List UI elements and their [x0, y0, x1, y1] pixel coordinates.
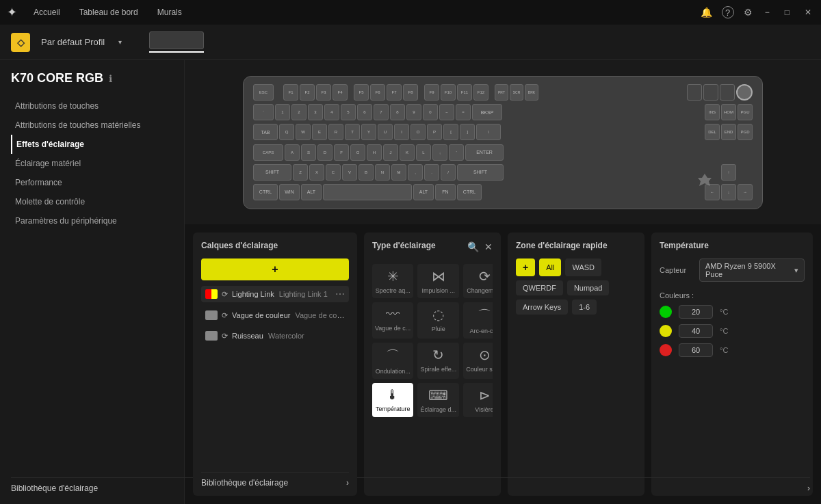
- key-l: L: [416, 144, 431, 161]
- key-z: Z: [293, 164, 308, 181]
- key-down: ↓: [721, 184, 736, 200]
- sidebar-item-parametres[interactable]: Paramètres du périphérique: [11, 211, 173, 230]
- type-search-icon[interactable]: 🔍: [467, 241, 479, 252]
- key-f3: F3: [316, 84, 331, 101]
- type-spectre[interactable]: ✳ Spectre aq...: [372, 264, 413, 298]
- add-layer-button[interactable]: +: [201, 258, 349, 280]
- vague-icon: 〰: [386, 306, 400, 322]
- type-close-icon[interactable]: ✕: [484, 241, 493, 252]
- layer-item-2[interactable]: ⟳ Ruisseau Watercolor: [201, 328, 349, 343]
- type-arc[interactable]: ⌒ Arc-en-ciel: [463, 302, 493, 339]
- sidebar-item-molette[interactable]: Molette de contrôle: [11, 192, 173, 211]
- arc-label: Arc-en-ciel: [466, 328, 493, 334]
- type-visiere[interactable]: ⊳ Visière: [463, 383, 493, 417]
- help-icon[interactable]: ?: [722, 6, 734, 18]
- key-4: 4: [324, 104, 339, 120]
- sidebar-item-attributions-materiel[interactable]: Attributions de touches matérielles: [11, 116, 173, 135]
- profile-dropdown[interactable]: ▾: [118, 38, 122, 46]
- zone-panel: Zone d'éclairage rapide + All WASD QWERD…: [508, 233, 644, 496]
- type-couleur-stat[interactable]: ⊙ Couleur sta...: [463, 343, 493, 379]
- key-backslash: \: [476, 124, 501, 140]
- type-spirale[interactable]: ↻ Spirale effe...: [417, 343, 459, 379]
- type-ondulation[interactable]: ⌒ Ondulation...: [372, 343, 413, 379]
- key-f9: F9: [424, 84, 439, 101]
- spirale-label: Spirale effe...: [420, 366, 456, 373]
- type-temperature[interactable]: 🌡 Température: [372, 383, 413, 417]
- key-9: 9: [406, 104, 421, 120]
- keyboard-preview: ESC F1 F2 F3 F4 F5 F6 F7 F8 F9 F10 F11 F…: [185, 60, 821, 224]
- nav-tableau[interactable]: Tableau de bord: [77, 6, 141, 18]
- zone-1-6-button[interactable]: 1-6: [572, 300, 597, 315]
- temp-value-1[interactable]: 40: [679, 324, 713, 338]
- arc-icon: ⌒: [478, 306, 491, 325]
- app-logo: ✦: [7, 5, 17, 20]
- layer-more-0[interactable]: ⋯: [335, 289, 345, 300]
- type-impulsion[interactable]: ⋈ Impulsion ...: [417, 264, 459, 298]
- close-button[interactable]: ✕: [802, 8, 814, 17]
- library-link[interactable]: Bibliothèque d'éclairage ›: [11, 477, 810, 493]
- zone-qwerdf-button[interactable]: QWERDF: [516, 280, 563, 295]
- couleur-stat-icon: ⊙: [479, 347, 491, 363]
- zone-wasd-button[interactable]: WASD: [565, 258, 601, 276]
- zone-add-button[interactable]: +: [516, 258, 535, 276]
- device-info-icon[interactable]: ℹ: [109, 73, 112, 84]
- sidebar-item-performance[interactable]: Performance: [11, 173, 173, 192]
- sidebar-item-eclairage-materiel[interactable]: Éclairage matériel: [11, 154, 173, 173]
- key-ralt: ALT: [413, 184, 434, 200]
- key-dial: [736, 84, 753, 101]
- sidebar-item-effets-eclairage[interactable]: Effets d'éclairage: [11, 135, 173, 154]
- maximize-button[interactable]: □: [782, 8, 792, 17]
- sidebar-item-attributions-touches[interactable]: Attributions de touches: [11, 96, 173, 116]
- key-6: 6: [357, 104, 372, 120]
- key-f8: F8: [403, 84, 418, 101]
- temp-value-2[interactable]: 60: [679, 343, 713, 357]
- key-space: [323, 184, 412, 200]
- type-vague[interactable]: 〰 Vague de c...: [372, 302, 413, 339]
- type-eclairage-d[interactable]: ⌨ Éclairage d...: [417, 383, 459, 417]
- notification-icon[interactable]: 🔔: [701, 7, 712, 18]
- layer-item-0[interactable]: ⟳ Lighting Link Lighting Link 1 ⋯: [201, 286, 349, 302]
- key-minus: −: [439, 104, 454, 120]
- key-backspace: BKSP: [472, 104, 502, 120]
- type-pluie[interactable]: ◌ Pluie: [417, 302, 459, 339]
- type-panel-header: Type d'éclairage 🔍 ✕: [372, 241, 493, 253]
- key-p: P: [427, 124, 442, 140]
- type-changement[interactable]: ⟳ Changeme...: [463, 264, 493, 298]
- key-rbracket: ]: [460, 124, 475, 140]
- key-scrlk: SCR: [510, 84, 523, 101]
- temp-color-dot-0[interactable]: [660, 306, 672, 318]
- layers-panel: Calques d'éclairage + ⟳ Lighting Link Li…: [193, 233, 357, 496]
- temp-value-0[interactable]: 20: [679, 305, 713, 319]
- key-lctrl: CTRL: [253, 184, 278, 200]
- layer-item-1[interactable]: ⟳ Vague de couleur Vague de couleur 1: [201, 308, 349, 323]
- sensor-row: Capteur AMD Ryzen 9 5900X Puce ▾: [660, 258, 805, 282]
- zone-arrow-keys-button[interactable]: Arrow Keys: [516, 300, 568, 315]
- type-panel-title: Type d'éclairage: [372, 241, 436, 250]
- zone-panel-title: Zone d'éclairage rapide: [516, 241, 636, 250]
- key-f2: F2: [300, 84, 315, 101]
- key-f11: F11: [457, 84, 472, 101]
- nav-accueil[interactable]: Accueil: [31, 6, 63, 18]
- eclairage-d-label: Éclairage d...: [420, 406, 456, 413]
- layers-library-link[interactable]: Bibliothèque d'éclairage ›: [201, 478, 349, 488]
- temp-color-dot-2[interactable]: [660, 344, 672, 356]
- minimize-button[interactable]: −: [762, 8, 772, 17]
- sensor-select[interactable]: AMD Ryzen 9 5900X Puce ▾: [699, 258, 805, 282]
- zone-all-button[interactable]: All: [539, 258, 561, 276]
- layer-icon-0: ⟳: [222, 290, 228, 299]
- visiere-icon: ⊳: [479, 387, 491, 403]
- key-comma: ,: [408, 164, 423, 181]
- colors-label: Couleurs :: [660, 291, 805, 300]
- zone-numpad-button[interactable]: Numpad: [567, 280, 610, 295]
- key-f5: F5: [354, 84, 369, 101]
- temp-color-dot-1[interactable]: [660, 325, 672, 337]
- sidebar-menu: Attributions de touches Attributions de …: [11, 96, 173, 230]
- key-ins: INS: [705, 104, 720, 120]
- layer-name-1: Vague de couleur Vague de couleur 1: [232, 311, 345, 319]
- key-n: N: [375, 164, 390, 181]
- settings-icon[interactable]: ⚙: [744, 7, 753, 18]
- nav-murals[interactable]: Murals: [155, 6, 185, 18]
- keyboard-thumbnail[interactable]: [149, 31, 204, 53]
- key-lbracket: [: [443, 124, 458, 140]
- key-i: I: [394, 124, 409, 140]
